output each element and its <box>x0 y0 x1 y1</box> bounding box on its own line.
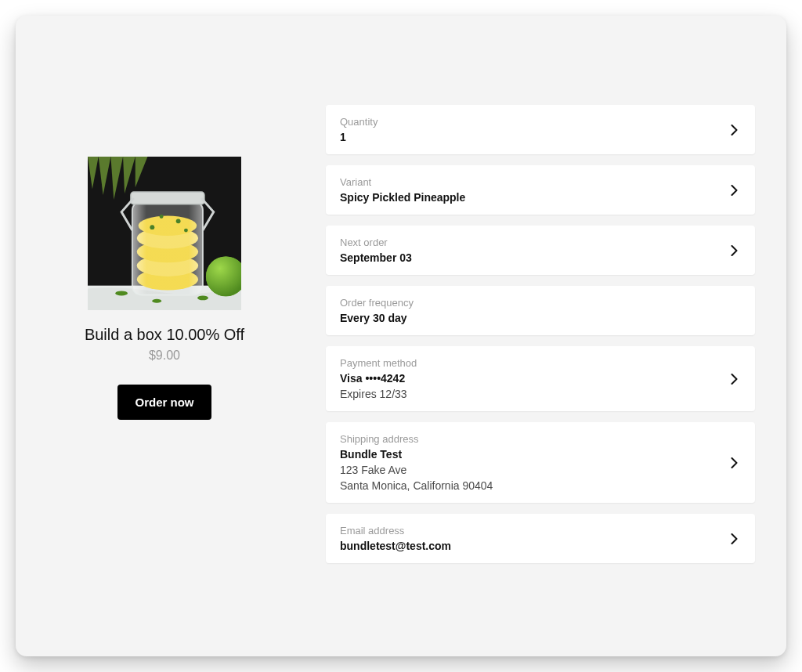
shipping-address-label: Shipping address <box>340 433 493 445</box>
svg-rect-19 <box>132 201 203 295</box>
payment-card-line: Visa ••••4242 <box>340 372 417 385</box>
product-image <box>88 157 241 310</box>
chevron-right-icon <box>727 456 741 470</box>
payment-method-row[interactable]: Payment method Visa ••••4242 Expires 12/… <box>326 346 755 411</box>
shipping-address-row[interactable]: Shipping address Bundle Test 123 Fake Av… <box>326 422 755 503</box>
variant-row[interactable]: Variant Spicy Pickled Pineapple <box>326 165 755 215</box>
quantity-value: 1 <box>340 131 378 143</box>
chevron-right-icon <box>727 372 741 386</box>
variant-value: Spicy Pickled Pineapple <box>340 191 465 204</box>
svg-point-23 <box>115 291 128 296</box>
variant-label: Variant <box>340 176 465 188</box>
product-title: Build a box 10.00% Off <box>85 326 244 344</box>
product-summary: Build a box 10.00% Off $9.00 Order now <box>47 94 282 625</box>
next-order-row[interactable]: Next order September 03 <box>326 226 755 275</box>
subscription-detail-panel: Build a box 10.00% Off $9.00 Order now Q… <box>16 16 786 656</box>
next-order-label: Next order <box>340 237 412 248</box>
quantity-label: Quantity <box>340 116 378 128</box>
chevron-right-icon <box>727 183 741 197</box>
subscription-settings-list: Quantity 1 Variant Spicy Pickled Pineapp… <box>326 94 755 625</box>
quantity-row[interactable]: Quantity 1 <box>326 105 755 154</box>
shipping-line1: 123 Fake Ave <box>340 464 493 476</box>
svg-rect-21 <box>131 192 204 204</box>
product-price: $9.00 <box>149 349 180 363</box>
shipping-line2: Santa Monica, California 90404 <box>340 479 493 492</box>
chevron-right-icon <box>727 244 741 258</box>
chevron-right-icon <box>727 123 741 137</box>
email-row[interactable]: Email address bundletest@test.com <box>326 514 755 563</box>
order-now-button[interactable]: Order now <box>117 385 211 420</box>
svg-point-25 <box>152 299 161 303</box>
email-value: bundletest@test.com <box>340 540 451 552</box>
next-order-value: September 03 <box>340 251 412 264</box>
chevron-right-icon <box>727 532 741 546</box>
email-label: Email address <box>340 525 451 537</box>
order-frequency-value: Every 30 day <box>340 312 414 324</box>
payment-expiry-line: Expires 12/33 <box>340 388 417 400</box>
order-frequency-label: Order frequency <box>340 297 414 309</box>
shipping-name: Bundle Test <box>340 448 493 461</box>
order-frequency-row: Order frequency Every 30 day <box>326 286 755 335</box>
svg-point-24 <box>197 295 208 300</box>
payment-method-label: Payment method <box>340 357 417 369</box>
